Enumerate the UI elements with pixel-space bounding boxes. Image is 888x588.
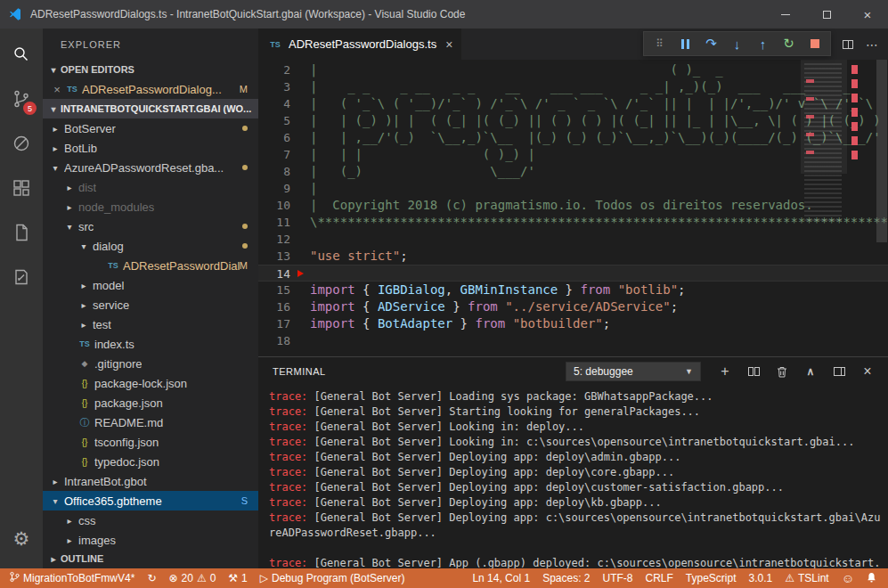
- search-icon[interactable]: [0, 32, 43, 77]
- indentation-item[interactable]: Spaces: 2: [536, 568, 596, 588]
- tree-item-intranetbot-gbot[interactable]: ▸IntranetBot.gbot: [43, 471, 258, 491]
- tree-item-botlib[interactable]: ▸BotLib: [43, 138, 258, 158]
- tree-item-css[interactable]: ▸css: [43, 510, 258, 530]
- terminal-tab-label[interactable]: TERMINAL: [273, 366, 326, 377]
- code-line-18[interactable]: 18: [258, 332, 888, 349]
- tree-item-office365-gbtheme[interactable]: ▾Office365.gbthemeS: [43, 491, 258, 510]
- tree-item-label: test: [93, 318, 111, 331]
- editor-scrollbar[interactable]: [876, 60, 888, 356]
- split-terminal-button[interactable]: [742, 361, 765, 382]
- settings-gear-icon[interactable]: ⚙: [0, 517, 43, 561]
- extensions-icon[interactable]: [0, 166, 43, 210]
- code-line-11[interactable]: 11\*************************************…: [258, 214, 888, 231]
- code-line-13[interactable]: 13"use strict";: [258, 248, 888, 265]
- tree-item-botserver[interactable]: ▸BotServer: [43, 118, 258, 138]
- tree-item-index-ts[interactable]: TSindex.ts: [43, 334, 258, 354]
- scrollbar-thumb[interactable]: [876, 60, 887, 242]
- code-editor[interactable]: 2| ( )_ _ |3| _ _ _ __ _ _ __ ___ ___ _ …: [258, 60, 888, 356]
- tree-item-src[interactable]: ▾src: [43, 216, 258, 236]
- terminal-output[interactable]: trace: [General Bot Server] Loading sys …: [258, 386, 888, 568]
- code-line-8[interactable]: 8| (_) \___/' |: [258, 163, 888, 180]
- code-line-5[interactable]: 5| | (_) )| | ( (_| |( (_) || ( ) ( ) |(…: [258, 112, 888, 129]
- step-over-button[interactable]: ↷: [699, 33, 723, 54]
- tree-item-service[interactable]: ▸service: [43, 295, 258, 314]
- code-line-6[interactable]: 6| | ,__/'(_) `\__,_)`\__ |(_) (_) (_)`\…: [258, 129, 888, 146]
- tree-item-images[interactable]: ▸images: [43, 530, 258, 549]
- tab-close-icon[interactable]: ×: [445, 37, 452, 52]
- maximize-button[interactable]: [806, 0, 847, 29]
- language-mode-item[interactable]: TypeScript: [680, 568, 743, 588]
- code-line-3[interactable]: 3| _ _ _ __ _ _ __ ___ ___ _ _| ,_)(_) _…: [258, 78, 888, 95]
- eol-item[interactable]: CRLF: [640, 568, 680, 588]
- sidebar-title: EXPLORER: [43, 29, 258, 60]
- minimap[interactable]: [801, 60, 847, 356]
- open-editors-section-header[interactable]: ▾ OPEN EDITORS: [43, 60, 258, 79]
- tree-item-azureadpasswordreset-gba[interactable]: ▾AzureADPasswordReset.gba...: [43, 158, 258, 177]
- problems-item[interactable]: ⊗ 20 ⚠ 0: [162, 568, 222, 588]
- toolbar-drag-handle[interactable]: ⠿: [648, 33, 672, 54]
- cursor-position-item[interactable]: Ln 14, Col 1: [466, 568, 536, 588]
- code-line-12[interactable]: 12: [258, 231, 888, 248]
- maximize-panel-button[interactable]: ∧: [799, 361, 822, 382]
- split-editor-icon[interactable]: [843, 40, 853, 49]
- tree-item-model[interactable]: ▸model: [43, 275, 258, 295]
- more-actions-icon[interactable]: ⋯: [866, 37, 879, 52]
- ts-version-item[interactable]: 3.0.1: [743, 568, 779, 588]
- close-editor-icon[interactable]: ×: [50, 83, 64, 96]
- terminal-selector[interactable]: 5: debuggee ▼: [566, 362, 701, 381]
- panel-layout-button[interactable]: [827, 361, 851, 382]
- code-line-9[interactable]: 9| |: [258, 180, 888, 197]
- step-out-button[interactable]: ↑: [751, 33, 775, 54]
- row-decoration: M: [240, 260, 258, 271]
- code-line-15[interactable]: 15import { IGBDialog, GBMinInstance } fr…: [258, 282, 888, 298]
- tree-item-typedoc-json[interactable]: {}typedoc.json: [43, 452, 258, 471]
- tab-adresetpassworddialogs[interactable]: TS ADResetPasswordDialogs.ts ×: [258, 29, 461, 60]
- sync-button[interactable]: ↻: [141, 568, 162, 588]
- stop-button[interactable]: [802, 33, 827, 54]
- new-terminal-button[interactable]: +: [713, 361, 737, 382]
- code-line-2[interactable]: 2| ( )_ _ |: [258, 61, 888, 78]
- tool-count-item[interactable]: ⚒ 1: [222, 568, 253, 588]
- code-line-4[interactable]: 4| ( '_`\ ( '__)/'_` ) /'_`\ /' _ ` _ `\…: [258, 95, 888, 112]
- pause-button[interactable]: [673, 33, 697, 54]
- code-line-10[interactable]: 10| Copyright 2018 (c) pragmatismo.io. T…: [258, 197, 888, 214]
- tree-item-node-modules[interactable]: ▸node_modules: [43, 197, 258, 216]
- open-editor-item[interactable]: × TS ADResetPasswordDialog... M: [43, 79, 258, 99]
- code-line-14[interactable]: 14: [258, 265, 888, 282]
- kill-terminal-button[interactable]: [770, 361, 794, 382]
- edit-document-icon[interactable]: [0, 255, 43, 299]
- tree-item-readme-md[interactable]: ⓘREADME.md: [43, 412, 258, 432]
- debug-target-item[interactable]: ▷ Debug Program (BotServer): [254, 568, 411, 588]
- main-area: 5 ⚙ EXPLORER ▾ OPEN EDITORS: [0, 29, 888, 568]
- tslint-item[interactable]: ⚠ TSLint: [778, 568, 835, 588]
- token: }: [445, 299, 468, 314]
- debug-icon[interactable]: [0, 121, 43, 166]
- git-branch-item[interactable]: MigrationToBotFmwV4*: [4, 568, 141, 588]
- tree-item-adresetpassworddial[interactable]: TSADResetPasswordDial...M: [43, 256, 258, 275]
- tree-item-tsconfig-json[interactable]: {}tsconfig.json: [43, 432, 258, 452]
- restart-button[interactable]: ↻: [777, 33, 801, 54]
- close-panel-button[interactable]: ×: [856, 361, 879, 382]
- tree-item-package-lock-json[interactable]: {}package-lock.json: [43, 373, 258, 393]
- source-control-icon[interactable]: 5: [0, 77, 43, 121]
- notifications-bell-button[interactable]: [860, 568, 883, 588]
- outline-section-header[interactable]: ▸ OUTLINE: [43, 549, 258, 568]
- tree-item-test[interactable]: ▸test: [43, 314, 258, 334]
- close-button[interactable]: ×: [847, 0, 888, 29]
- tree-item-package-json[interactable]: {}package.json: [43, 393, 258, 412]
- code-line-17[interactable]: 17import { BotAdapter } from "botbuilder…: [258, 315, 888, 332]
- tree-item-label: tsconfig.json: [94, 436, 159, 449]
- tree-item-dist[interactable]: ▸dist: [43, 177, 258, 197]
- code-line-16[interactable]: 16import { ADService } from "../service/…: [258, 298, 888, 315]
- tree-item-gitignore[interactable]: ◆.gitignore: [43, 354, 258, 373]
- tree-item-dialog[interactable]: ▾dialog: [43, 236, 258, 256]
- minimize-button[interactable]: [765, 0, 806, 29]
- fold-column: [290, 315, 310, 332]
- feedback-smiley-button[interactable]: ☺: [835, 568, 860, 588]
- workspace-section-header[interactable]: ▾ INTRANETBOTQUICKSTART.GBAI (WO...: [43, 99, 258, 118]
- encoding-item[interactable]: UTF-8: [597, 568, 640, 588]
- step-into-button[interactable]: ↓: [725, 33, 749, 54]
- chevron-down-icon: ▾: [46, 65, 61, 75]
- code-line-7[interactable]: 7| | | ( )_) | |: [258, 146, 888, 163]
- documents-icon[interactable]: [0, 210, 43, 255]
